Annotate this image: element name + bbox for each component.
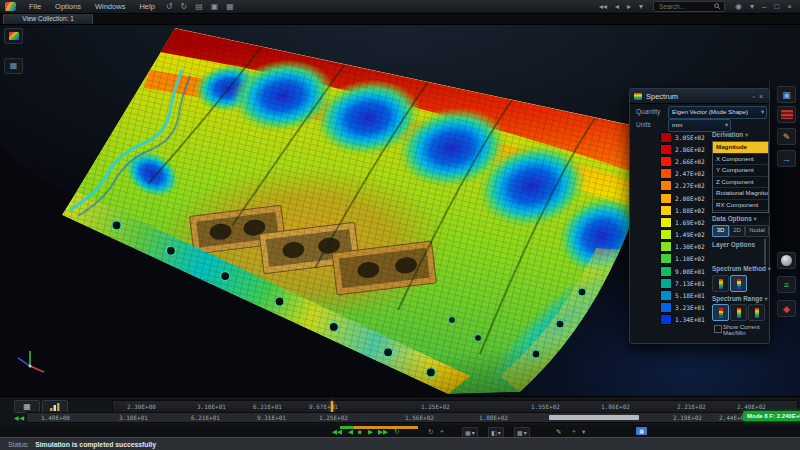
show-current-maxmin-checkbox[interactable]: [714, 325, 722, 333]
undo-icon[interactable]: ↺: [162, 0, 177, 13]
search-box[interactable]: [653, 1, 725, 12]
spectrum-range-header[interactable]: Spectrum Range ▾: [712, 295, 768, 303]
search-icon: [714, 3, 721, 10]
data-option-nodal-button[interactable]: Nodal: [745, 225, 769, 237]
status-bar: Status: Simulation is completed successf…: [0, 437, 800, 450]
legend-entry: 1.10E+02: [660, 253, 705, 265]
tag-button[interactable]: ◆: [777, 300, 796, 317]
derivation-option-z[interactable]: Z Component: [713, 177, 768, 189]
data-options-header[interactable]: Data Options ▾: [712, 215, 757, 223]
selected-range-segment[interactable]: [549, 415, 639, 420]
derivation-option-y[interactable]: Y Component: [713, 165, 768, 177]
spectrum-panel-title: Spectrum: [646, 92, 750, 101]
derivation-option-ry[interactable]: RY Component: [713, 211, 768, 213]
export-button[interactable]: →: [777, 150, 796, 167]
derivation-option-x[interactable]: X Component: [713, 154, 768, 166]
search-input[interactable]: [657, 2, 714, 11]
section-caret-icon: ▾: [745, 131, 748, 138]
data-table-button[interactable]: ▦: [4, 58, 23, 74]
spectrum-method-header[interactable]: Spectrum Method ▾: [712, 265, 771, 273]
section-caret-icon: ▾: [765, 295, 768, 302]
nav-more-icon[interactable]: ▾: [635, 0, 647, 13]
timeline-track-lower[interactable]: 1.48E+00 3.10E+01 6.21E+01 9.31E+01 1.25…: [26, 412, 798, 423]
legend-swatch: [660, 205, 672, 216]
play-last-icon[interactable]: ▶▶: [378, 428, 388, 436]
tag-icon: ◆: [783, 304, 790, 314]
contour-icon: ▩: [517, 429, 523, 437]
spectrum-panel-header[interactable]: Spectrum ▫ ×: [630, 89, 769, 104]
panel-close-icon[interactable]: ×: [757, 93, 765, 100]
spectrum-range-label: Spectrum Range: [712, 295, 763, 302]
legend-value: 1.34E+01: [675, 316, 705, 323]
continuous-colorbar-icon: [719, 279, 723, 289]
menu-file[interactable]: File: [22, 0, 48, 13]
legend-entry: 2.47E+02: [660, 168, 705, 180]
calculator-button[interactable]: ▦: [636, 427, 647, 435]
derivation-header[interactable]: Derivation ▾: [712, 131, 748, 139]
auto-range-icon: [719, 308, 723, 318]
display-settings-button[interactable]: ▣: [777, 86, 796, 103]
data-option-2d-button[interactable]: 2D: [729, 225, 745, 237]
nav-back-icon[interactable]: ◂: [611, 0, 623, 13]
data-option-3d-button[interactable]: 3D: [712, 225, 729, 237]
derivation-option-rx[interactable]: RX Component: [713, 200, 768, 212]
add-icon[interactable]: +: [572, 428, 576, 436]
repeat-icon[interactable]: ↻: [394, 428, 399, 436]
play-first-icon[interactable]: ◀◀: [332, 428, 342, 436]
grid-view-icon[interactable]: ▤: [191, 0, 207, 13]
legend-swatch: [660, 266, 672, 277]
layers-button[interactable]: ≡: [777, 276, 796, 293]
tick-label: 9.67E+01: [309, 403, 338, 410]
range-custom-button[interactable]: [730, 304, 747, 321]
spectrum-method-discrete-button[interactable]: [730, 275, 747, 292]
playback-toolbar: ◀◀ ◀ ■ ▶ ▶▶ ↻ ↻ + ▦ ▾ ◧ ▾ ▩ ▾ ✎ + ▾ ▦: [0, 425, 800, 437]
nav-prev-icon[interactable]: ◂◂: [595, 0, 611, 13]
tick-label: 3.10E+01: [197, 403, 226, 410]
range-auto-button[interactable]: [712, 304, 729, 321]
tab-view-collection[interactable]: View Collection: 1: [3, 13, 93, 24]
step-back-icon[interactable]: ◀: [348, 428, 353, 436]
layer-options-header[interactable]: Layer Options: [712, 241, 755, 248]
table-icon: ▦: [10, 62, 18, 70]
spectrum-method-continuous-button[interactable]: [712, 275, 729, 292]
derivation-option-rotational[interactable]: Rotational Magnitude: [713, 188, 768, 200]
nav-forward-icon[interactable]: ▸: [623, 0, 635, 13]
add-caret-icon[interactable]: ▾: [582, 428, 585, 436]
play-icon[interactable]: ▶: [368, 428, 373, 436]
range-current-button[interactable]: [748, 304, 765, 321]
account-caret-icon[interactable]: ▾: [746, 0, 758, 13]
redo-icon[interactable]: ↻: [177, 0, 192, 13]
annotate-pen-icon[interactable]: ✎: [556, 428, 561, 436]
legend-entry: 2.27E+02: [660, 180, 705, 192]
results-list-button[interactable]: [777, 106, 796, 123]
account-icon[interactable]: ◉: [731, 0, 746, 13]
palette-icon: [9, 32, 19, 40]
section-caret-icon: ▾: [768, 265, 771, 272]
menu-windows[interactable]: Windows: [88, 0, 132, 13]
pan-view-icon[interactable]: +: [440, 428, 444, 436]
spectrum-panel: Spectrum ▫ × Quantity Eigen Vector (Mode…: [629, 88, 770, 344]
legend-entry: 1.34E+01: [660, 314, 705, 326]
render-sphere-button[interactable]: [777, 252, 796, 269]
pages-icon[interactable]: ▣: [207, 0, 223, 13]
spectrum-palette-button[interactable]: [4, 28, 23, 44]
tick-label: 1.25E+02: [421, 403, 450, 410]
menu-help[interactable]: Help: [132, 0, 161, 13]
minimize-button[interactable]: –: [758, 2, 770, 11]
restore-button[interactable]: □: [770, 2, 783, 11]
prev-mode-icon[interactable]: ◀◀: [14, 415, 25, 421]
spectrum-icon: [634, 93, 642, 100]
rotate-view-icon[interactable]: ↻: [428, 428, 433, 436]
derivation-option-magnitude[interactable]: Magnitude: [713, 142, 768, 154]
layout-icon[interactable]: ▦: [222, 0, 238, 13]
quantity-select[interactable]: Eigen Vector (Mode Shape) ▾: [668, 106, 767, 119]
stop-icon[interactable]: ■: [358, 428, 362, 436]
panel-scrollbar[interactable]: [764, 239, 766, 265]
spectrum-method-label: Spectrum Method: [712, 265, 766, 272]
tick-label: 2.40E+02: [737, 403, 766, 410]
legend-entry: 2.08E+02: [660, 192, 705, 204]
annotation-button[interactable]: ✎: [777, 128, 796, 145]
menu-options[interactable]: Options: [48, 0, 88, 13]
close-button[interactable]: ×: [783, 2, 796, 11]
tick-label: 2.19E+02: [673, 414, 702, 421]
